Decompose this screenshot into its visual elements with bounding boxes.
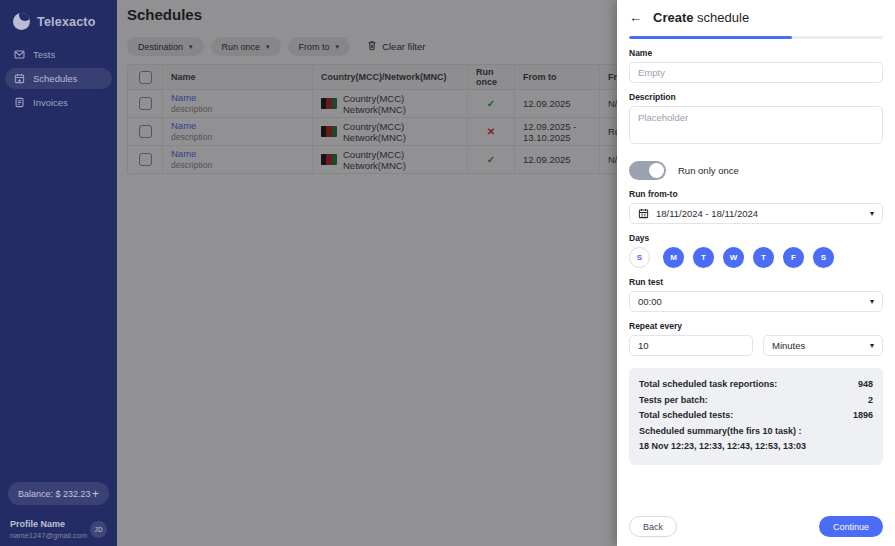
schedule-summary-box: Total scheduled task reportions: 948 Tes… (629, 368, 883, 465)
invoice-icon (14, 97, 25, 108)
add-funds-icon[interactable] (92, 488, 99, 500)
back-button[interactable]: Back (629, 516, 677, 537)
day-button-saturday[interactable]: S (813, 247, 834, 268)
logo-icon (13, 13, 30, 30)
sidebar-item-label: Invoices (33, 97, 68, 108)
day-button-thursday[interactable]: T (753, 247, 774, 268)
run-from-to-value: 18/11/2024 - 18/11/2024 (656, 208, 863, 219)
summary-label: Total scheduled task reportions: (639, 377, 777, 393)
days-selector: S M T W T F S (629, 247, 883, 268)
sidebar-item-invoices[interactable]: Invoices (5, 92, 112, 113)
day-button-wednesday[interactable]: W (723, 247, 744, 268)
summary-schedule-label: Scheduled summary(the firs 10 task) : (639, 424, 873, 440)
run-only-once-label: Run only once (678, 165, 739, 176)
progress-bar (629, 36, 883, 39)
summary-value: 1896 (853, 408, 873, 424)
run-only-once-row: Run only once (629, 161, 883, 180)
name-label: Name (629, 48, 883, 58)
summary-row: Tests per batch: 2 (639, 393, 873, 409)
logo-text: Telexacto (37, 15, 96, 29)
summary-label: Total scheduled tests: (639, 408, 733, 424)
summary-row: Total scheduled tests: 1896 (639, 408, 873, 424)
back-arrow-icon[interactable] (629, 11, 642, 24)
progress-bar-fill (629, 36, 792, 39)
run-test-select[interactable]: 00:00 (629, 291, 883, 312)
run-from-to-label: Run from-to (629, 189, 883, 199)
repeat-every-label: Repeat every (629, 321, 883, 331)
sidebar-item-tests[interactable]: Tests (5, 44, 112, 65)
app-window: Telexacto Tests Schedules Invoices (0, 0, 895, 546)
sidebar: Telexacto Tests Schedules Invoices (0, 0, 117, 546)
days-label: Days (629, 233, 883, 243)
description-label: Description (629, 92, 883, 102)
sidebar-item-schedules[interactable]: Schedules (5, 68, 112, 89)
profile-name: Profile Name (10, 519, 87, 529)
drawer-title: Create schedule (653, 10, 749, 25)
day-button-monday[interactable]: M (663, 247, 684, 268)
repeat-unit-select[interactable]: Minutes (763, 335, 883, 356)
run-from-to-select[interactable]: 18/11/2024 - 18/11/2024 (629, 203, 883, 224)
sidebar-item-label: Tests (33, 49, 55, 60)
repeat-unit-value: Minutes (772, 340, 863, 351)
profile-section[interactable]: Profile Name name1247@gmail.com JD (8, 519, 109, 540)
drawer-title-bold: Create (653, 10, 693, 25)
sidebar-nav: Tests Schedules Invoices (0, 44, 117, 113)
continue-button[interactable]: Continue (819, 516, 883, 537)
summary-value: 2 (868, 393, 873, 409)
balance-pill[interactable]: Balance: $ 232.23 (8, 482, 109, 505)
sidebar-bottom: Balance: $ 232.23 Profile Name name1247@… (0, 482, 117, 546)
logo: Telexacto (0, 0, 117, 30)
calendar-icon (638, 208, 649, 219)
run-test-label: Run test (629, 277, 883, 287)
run-only-once-toggle[interactable] (629, 161, 666, 180)
sidebar-item-label: Schedules (33, 73, 77, 84)
avatar[interactable]: JD (90, 521, 107, 538)
summary-label: Tests per batch: (639, 393, 708, 409)
profile-email: name1247@gmail.com (10, 531, 87, 540)
repeat-every-input[interactable] (629, 335, 753, 356)
run-test-value: 00:00 (638, 296, 863, 307)
day-button-friday[interactable]: F (783, 247, 804, 268)
balance-label: Balance: $ 232.23 (18, 489, 91, 499)
summary-value: 948 (858, 377, 873, 393)
drawer-header: Create schedule (629, 10, 883, 25)
day-button-tuesday[interactable]: T (693, 247, 714, 268)
summary-schedule-times: 18 Nov 12:23, 12:33, 12:43, 12:53, 13:03 (639, 439, 873, 455)
summary-row: Total scheduled task reportions: 948 (639, 377, 873, 393)
repeat-every-row: Minutes (629, 335, 883, 356)
create-schedule-drawer: Create schedule Name Description Run onl… (617, 0, 895, 546)
name-input[interactable] (629, 62, 883, 83)
description-input[interactable] (629, 106, 883, 144)
drawer-title-regular: schedule (697, 10, 749, 25)
mail-icon (14, 49, 25, 60)
day-button-sunday[interactable]: S (629, 247, 650, 268)
calendar-plus-icon (14, 73, 25, 84)
drawer-footer: Back Continue (629, 516, 883, 537)
toggle-knob (649, 163, 664, 178)
